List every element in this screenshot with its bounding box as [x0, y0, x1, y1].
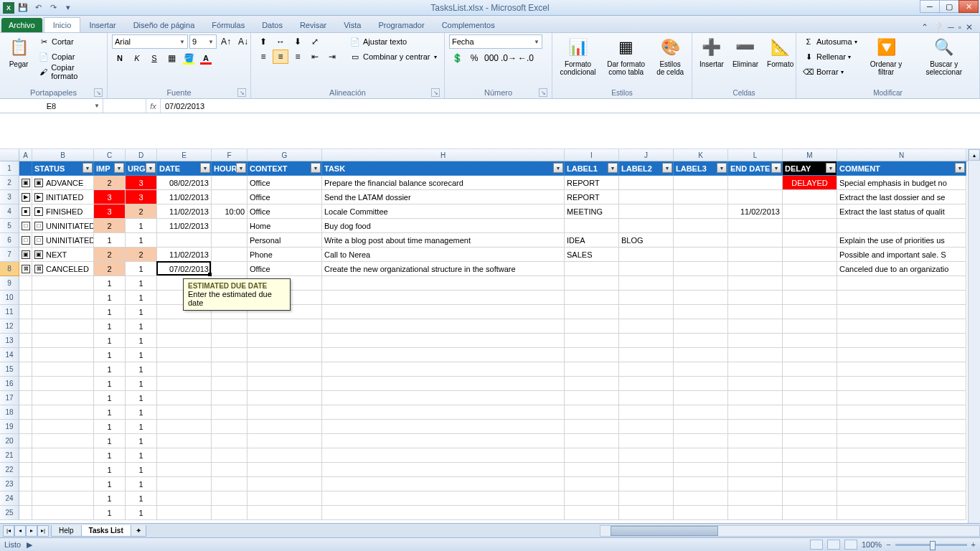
row-header-13[interactable]: 13 — [0, 334, 19, 348]
header-cell[interactable]: DATE▼ — [157, 161, 212, 176]
cell[interactable]: Create the new organizational structure … — [322, 262, 565, 276]
cell[interactable]: 11/02/2013 — [157, 219, 212, 233]
cell[interactable] — [728, 477, 783, 491]
cell[interactable] — [157, 391, 212, 405]
number-format-combo[interactable]: Fecha▼ — [449, 34, 542, 49]
zoom-in-button[interactable]: + — [971, 540, 976, 549]
sheet-tab-tasks-list[interactable]: Tasks List — [81, 525, 131, 537]
row-header-10[interactable]: 10 — [0, 291, 19, 305]
cell[interactable]: 2 — [126, 248, 157, 262]
cell[interactable] — [212, 362, 248, 377]
cell[interactable]: 11/02/2013 — [157, 248, 212, 262]
cell[interactable]: 1 — [126, 319, 157, 334]
format-table-button[interactable]: ▦Dar formato como tabla — [602, 34, 650, 77]
align-middle-button[interactable]: ↔ — [273, 34, 288, 49]
grow-font-button[interactable]: A↑ — [218, 34, 234, 49]
zoom-level[interactable]: 100% — [862, 540, 882, 549]
cell[interactable]: 1 — [126, 219, 157, 233]
cell[interactable]: 3 — [126, 190, 157, 204]
cell[interactable] — [783, 204, 837, 219]
cell[interactable]: 1 — [126, 434, 157, 448]
cell[interactable]: 1 — [126, 377, 157, 391]
cell[interactable] — [674, 448, 728, 463]
cell[interactable] — [157, 405, 212, 420]
cell[interactable] — [565, 506, 619, 520]
cell[interactable] — [837, 276, 966, 291]
row-header-20[interactable]: 20 — [0, 434, 19, 448]
cell[interactable] — [565, 348, 619, 362]
cell[interactable]: 2 — [126, 204, 157, 219]
cell[interactable] — [619, 204, 674, 219]
cell[interactable]: 11/02/2013 — [157, 190, 212, 204]
header-cell[interactable]: END DATE▼ — [728, 161, 783, 176]
format-painter-button[interactable]: 🖌Copiar formato — [36, 65, 103, 79]
cell[interactable] — [619, 348, 674, 362]
cell[interactable] — [619, 506, 674, 520]
cell[interactable] — [619, 334, 674, 348]
cell[interactable] — [157, 434, 212, 448]
cell[interactable] — [157, 377, 212, 391]
cell[interactable] — [783, 305, 837, 319]
cell[interactable] — [837, 291, 966, 305]
cell[interactable] — [19, 362, 32, 377]
cell[interactable] — [783, 463, 837, 477]
cell[interactable]: 1 — [94, 276, 126, 291]
cell[interactable]: DELAYED — [783, 176, 837, 190]
prev-sheet-button[interactable]: ◂ — [14, 525, 26, 537]
cell[interactable] — [32, 391, 94, 405]
cell[interactable] — [32, 405, 94, 420]
cell[interactable] — [212, 434, 248, 448]
cell[interactable]: 10:00 — [212, 204, 248, 219]
cell[interactable] — [783, 233, 837, 248]
cell[interactable] — [157, 334, 212, 348]
cell[interactable] — [19, 463, 32, 477]
row-header-17[interactable]: 17 — [0, 391, 19, 405]
underline-button[interactable]: S — [146, 51, 162, 65]
cell[interactable] — [212, 348, 248, 362]
cell[interactable] — [32, 434, 94, 448]
header-cell[interactable]: COMMENT▼ — [837, 161, 966, 176]
cell[interactable]: Call to Nerea — [322, 248, 565, 262]
cell[interactable]: 1 — [126, 305, 157, 319]
cell[interactable] — [783, 334, 837, 348]
filter-button[interactable]: ▼ — [717, 163, 727, 173]
cell[interactable] — [248, 391, 322, 405]
cell[interactable] — [248, 491, 322, 506]
cell[interactable]: 2 — [94, 248, 126, 262]
cell[interactable] — [212, 233, 248, 248]
cell[interactable] — [837, 334, 966, 348]
cell[interactable] — [728, 420, 783, 434]
cell[interactable] — [565, 362, 619, 377]
cell[interactable]: 2 — [94, 219, 126, 233]
cell[interactable] — [728, 219, 783, 233]
cell[interactable] — [157, 448, 212, 463]
italic-button[interactable]: K — [129, 51, 145, 65]
formula-input[interactable] — [161, 102, 980, 110]
cell[interactable]: MEETING — [565, 204, 619, 219]
cell[interactable] — [674, 506, 728, 520]
col-header-H[interactable]: H — [322, 149, 565, 161]
header-cell[interactable]: HOUR▼ — [212, 161, 248, 176]
next-sheet-button[interactable]: ▸ — [26, 525, 37, 537]
cell[interactable] — [212, 334, 248, 348]
cell[interactable] — [19, 434, 32, 448]
cell[interactable] — [157, 477, 212, 491]
cell[interactable] — [212, 319, 248, 334]
cell[interactable] — [565, 448, 619, 463]
cell[interactable] — [157, 463, 212, 477]
header-cell[interactable]: CONTEXT▼ — [248, 161, 322, 176]
cell[interactable]: 1 — [94, 348, 126, 362]
dec-indent-button[interactable]: ⇤ — [307, 50, 323, 64]
cell[interactable] — [19, 377, 32, 391]
col-header-E[interactable]: E — [157, 149, 212, 161]
cell[interactable] — [212, 420, 248, 434]
col-header-C[interactable]: C — [94, 149, 126, 161]
cell[interactable] — [619, 248, 674, 262]
cell[interactable] — [32, 463, 94, 477]
cell[interactable] — [674, 190, 728, 204]
cell[interactable] — [783, 506, 837, 520]
filter-button[interactable]: ▼ — [608, 163, 618, 173]
cell[interactable] — [619, 262, 674, 276]
cell[interactable] — [783, 248, 837, 262]
cell[interactable] — [783, 405, 837, 420]
